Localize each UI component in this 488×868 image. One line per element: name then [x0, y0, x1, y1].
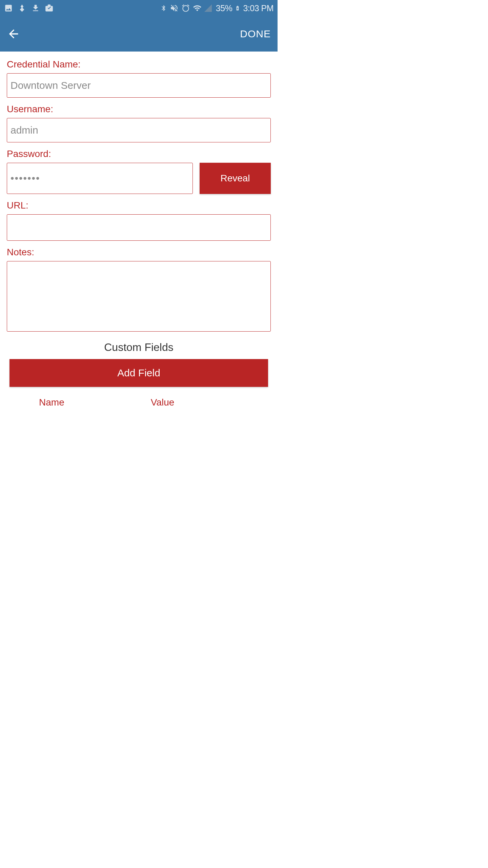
url-label: URL: — [7, 200, 271, 211]
password-label: Password: — [7, 149, 271, 159]
wifi-icon — [193, 4, 202, 13]
credential-name-label: Credential Name: — [7, 59, 271, 70]
signal-icon — [204, 4, 212, 12]
done-button[interactable]: DONE — [240, 28, 271, 40]
column-value-header: Value — [97, 397, 229, 408]
username-label: Username: — [7, 104, 271, 115]
url-input[interactable] — [7, 214, 271, 241]
password-row: Reveal — [7, 163, 271, 194]
alarm-icon — [181, 4, 190, 13]
credential-name-input[interactable] — [7, 73, 271, 98]
status-bar: 35% 3:03 PM — [0, 0, 278, 16]
form-content: Credential Name: Username: Password: Rev… — [0, 52, 278, 415]
back-arrow-icon[interactable] — [7, 27, 20, 41]
column-name-header: Name — [7, 397, 97, 408]
password-input[interactable] — [7, 163, 193, 194]
time-text: 3:03 PM — [243, 3, 273, 13]
briefcase-check-icon — [45, 4, 54, 13]
image-icon — [4, 4, 13, 13]
reveal-button[interactable]: Reveal — [200, 163, 271, 194]
app-bar: DONE — [0, 16, 278, 52]
status-icons-right: 35% 3:03 PM — [160, 3, 273, 13]
notes-label: Notes: — [7, 247, 271, 258]
battery-text: 35% — [216, 3, 232, 13]
add-field-button[interactable]: Add Field — [9, 359, 268, 387]
battery-charging-icon — [235, 4, 240, 12]
custom-fields-header: Custom Fields — [7, 341, 271, 354]
custom-field-columns: Name Value — [7, 397, 271, 408]
status-icons-left — [4, 4, 54, 13]
bluetooth-icon — [160, 5, 167, 12]
download-icon — [31, 4, 40, 13]
vibrate-icon — [170, 4, 179, 13]
notes-textarea[interactable] — [7, 261, 271, 332]
leaf-icon — [18, 4, 26, 13]
username-input[interactable] — [7, 118, 271, 142]
